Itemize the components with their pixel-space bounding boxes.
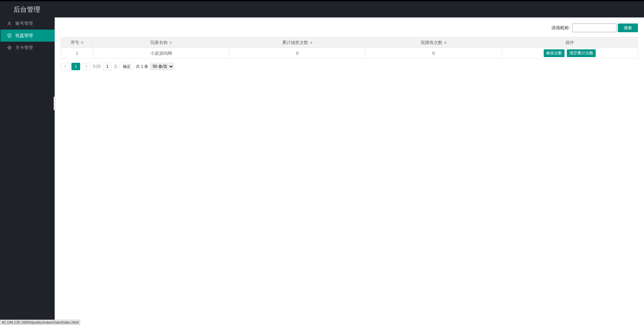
- goto-confirm-button[interactable]: 确定: [120, 63, 134, 70]
- app-title: 后台管理: [13, 5, 40, 14]
- cell-total: 0: [229, 48, 366, 59]
- sidebar-item-account[interactable]: 账号管理: [0, 17, 55, 30]
- chevron-left-icon: [64, 65, 66, 68]
- th-total[interactable]: 累计抽奖次数: [229, 37, 366, 48]
- search-label: 游戏昵称:: [551, 25, 570, 31]
- goto-suffix: 页: [114, 64, 118, 69]
- search-input[interactable]: [572, 24, 616, 32]
- diamond-icon: [7, 45, 12, 50]
- th-label: 累计抽奖次数: [282, 40, 308, 46]
- th-label: 序号: [70, 40, 79, 46]
- cell-name: 小皮源码网: [93, 48, 229, 59]
- table-row: 1 小皮源码网 0 0 修改次数 清空累计次数: [61, 48, 638, 59]
- sort-icon[interactable]: [169, 41, 172, 44]
- sidebar-collapse-handle[interactable]: [54, 97, 56, 110]
- clear-count-button[interactable]: 清空累计次数: [567, 49, 596, 57]
- pagesize-select[interactable]: 50 条/页: [150, 63, 174, 70]
- th-id[interactable]: 序号: [61, 37, 93, 48]
- shield-check-icon: [7, 33, 12, 38]
- main-content: 游戏昵称: 搜索 序号: [55, 17, 644, 325]
- total-count: 共 1 条: [136, 64, 148, 69]
- pagination: 1 到第 页 确定 共 1 条 50 条/页: [61, 63, 638, 70]
- edit-count-button[interactable]: 修改次数: [544, 49, 565, 57]
- th-label: 操作: [566, 40, 574, 45]
- th-label: 玩家名称: [150, 40, 168, 46]
- sort-icon[interactable]: [81, 41, 84, 44]
- sidebar-item-label: 月卡管理: [15, 45, 33, 51]
- search-bar: 游戏昵称: 搜索: [61, 24, 638, 32]
- cell-current: 0: [366, 48, 502, 59]
- goto-prefix: 到第: [93, 64, 101, 69]
- th-current[interactable]: 现拥有次数: [366, 37, 502, 48]
- th-action: 操作: [502, 37, 638, 48]
- page-next-button[interactable]: [82, 63, 91, 70]
- svg-point-0: [9, 22, 10, 24]
- sidebar-item-monthcard[interactable]: 月卡管理: [0, 42, 55, 54]
- search-button[interactable]: 搜索: [618, 24, 638, 32]
- page-number-current[interactable]: 1: [71, 63, 80, 70]
- cell-action: 修改次数 清空累计次数: [502, 48, 638, 59]
- table-header-row: 序号 玩家名称: [61, 37, 638, 48]
- browser-status-bar: 42.194.135.168/ht/public/index/User/inde…: [0, 320, 80, 325]
- sort-icon[interactable]: [444, 41, 447, 44]
- data-table: 序号 玩家名称: [61, 37, 638, 59]
- sidebar-item-label: 轮盘管理: [15, 33, 33, 39]
- th-name[interactable]: 玩家名称: [93, 37, 229, 48]
- header: 后台管理: [0, 1, 644, 17]
- goto-page-input[interactable]: [103, 63, 112, 70]
- sidebar-item-roulette[interactable]: 轮盘管理: [0, 30, 55, 42]
- th-label: 现拥有次数: [421, 40, 442, 46]
- cell-id: 1: [61, 48, 93, 59]
- svg-point-1: [9, 47, 10, 48]
- page-prev-button[interactable]: [61, 63, 69, 70]
- sidebar: 账号管理 轮盘管理 月卡管理: [0, 17, 55, 325]
- sort-icon[interactable]: [310, 41, 313, 44]
- user-icon: [7, 21, 12, 26]
- sidebar-item-label: 账号管理: [15, 20, 33, 27]
- chevron-right-icon: [85, 65, 88, 68]
